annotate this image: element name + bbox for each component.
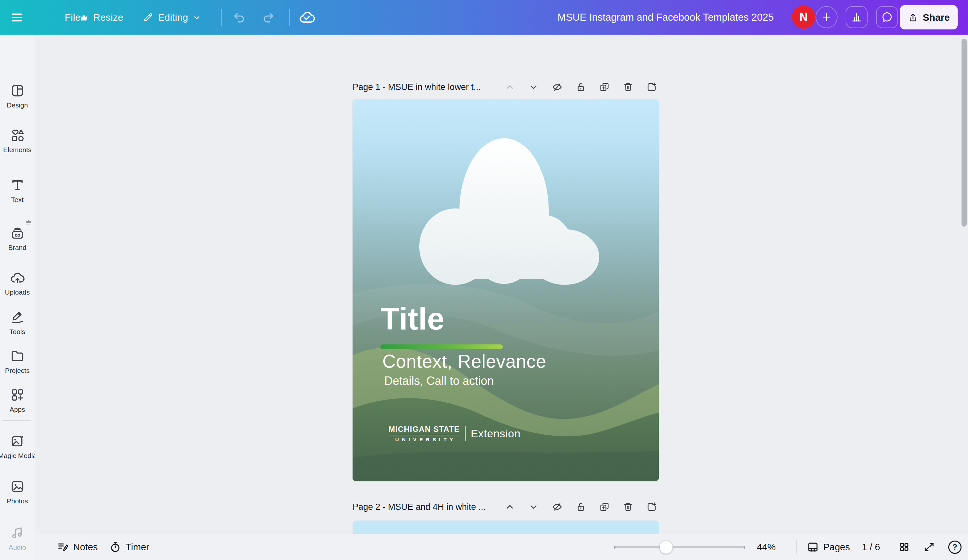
zoom-value: 44% xyxy=(757,542,776,553)
sidebar-item-label: Tools xyxy=(9,328,25,336)
chevron-up-icon xyxy=(504,501,515,512)
page2-canvas[interactable] xyxy=(353,520,659,534)
avatar[interactable]: N xyxy=(792,5,815,29)
file-menu-label: File xyxy=(65,12,81,23)
insights-button[interactable] xyxy=(845,6,868,28)
lock-page-button[interactable] xyxy=(575,81,587,93)
notes-label: Notes xyxy=(73,542,98,553)
msu-wordmark-line1: MICHIGAN STATE xyxy=(388,425,460,436)
canvas-scrollbar[interactable] xyxy=(961,39,967,227)
hide-page-button[interactable] xyxy=(551,81,563,93)
bottombar-divider xyxy=(796,540,797,555)
unlock-icon xyxy=(575,501,586,512)
design-title-text[interactable]: Title xyxy=(380,303,444,335)
design-accent-bar[interactable] xyxy=(380,345,503,349)
sidebar-item-uploads[interactable]: Uploads xyxy=(0,270,35,296)
sidebar-item-tools[interactable]: Tools xyxy=(0,310,35,336)
crown-icon xyxy=(79,13,89,22)
timer-button[interactable]: Timer xyxy=(109,534,149,560)
pages-view-button[interactable]: Pages xyxy=(807,534,850,560)
toolbar-separator xyxy=(221,9,222,26)
sidebar-item-design[interactable]: Design xyxy=(0,83,35,109)
zoom-slider-handle[interactable] xyxy=(660,540,673,554)
eye-off-icon xyxy=(552,81,563,93)
hide-page-button[interactable] xyxy=(551,501,563,513)
cloud-save-status[interactable] xyxy=(298,0,315,35)
sidebar-item-label: Apps xyxy=(10,406,25,413)
msu-extension-logo[interactable]: MICHIGAN STATE UNIVERSITY Extension xyxy=(388,425,520,442)
sidebar-item-apps[interactable]: Apps xyxy=(0,387,35,413)
design-subtitle-text[interactable]: Context, Relevance xyxy=(382,352,546,371)
page1-title[interactable]: Page 1 - MSUE in white lower t... xyxy=(353,82,481,92)
document-title[interactable]: MSUE Instagram and Facebook Templates 20… xyxy=(557,0,774,35)
redo-button[interactable] xyxy=(261,0,275,35)
resize-button[interactable]: Resize xyxy=(79,0,123,35)
design-icon xyxy=(10,83,25,98)
undo-button[interactable] xyxy=(232,0,246,35)
share-label: Share xyxy=(923,12,950,23)
duplicate-page-button[interactable] xyxy=(598,501,610,513)
move-page-down-button[interactable] xyxy=(528,501,539,513)
zoom-slider-track[interactable] xyxy=(614,546,745,548)
share-button[interactable]: Share xyxy=(900,5,958,30)
sidebar-item-label: Audio xyxy=(9,543,26,551)
move-page-up-button[interactable] xyxy=(504,81,516,93)
add-page-icon xyxy=(646,501,657,512)
comments-button[interactable] xyxy=(876,6,898,28)
page1-controls xyxy=(504,81,658,93)
delete-page-button[interactable] xyxy=(622,501,634,513)
sidebar-item-text[interactable]: Text xyxy=(0,177,35,204)
msu-wordmark: MICHIGAN STATE UNIVERSITY xyxy=(388,425,460,442)
trash-icon xyxy=(623,501,633,512)
sidebar-item-elements[interactable]: Elements xyxy=(0,128,35,154)
uploads-cloud-icon xyxy=(10,270,25,285)
page1-background-art xyxy=(353,99,659,481)
hamburger-icon xyxy=(10,10,24,25)
move-page-down-button[interactable] xyxy=(528,81,539,93)
unlock-icon xyxy=(575,81,586,93)
expand-icon xyxy=(923,541,935,553)
crown-badge-icon xyxy=(25,218,32,225)
file-menu-button[interactable]: File xyxy=(65,0,81,35)
undo-icon xyxy=(232,10,246,25)
main-menu-button[interactable] xyxy=(10,0,24,35)
text-icon xyxy=(10,177,25,193)
duplicate-icon xyxy=(599,501,610,512)
duplicate-page-button[interactable] xyxy=(598,81,610,93)
notes-button[interactable]: Notes xyxy=(56,534,98,560)
editing-mode-dropdown[interactable]: Editing xyxy=(143,0,201,35)
sidebar-item-photos[interactable]: Photos xyxy=(0,479,35,505)
add-member-button[interactable] xyxy=(816,6,837,28)
sidebar-item-projects[interactable]: Projects xyxy=(0,348,35,374)
fullscreen-button[interactable] xyxy=(923,534,935,560)
logo-divider xyxy=(465,426,466,441)
move-page-up-button[interactable] xyxy=(504,501,516,513)
timer-icon xyxy=(109,541,121,553)
grid-view-button[interactable] xyxy=(898,534,910,560)
tools-pen-icon xyxy=(10,310,25,325)
page2-title[interactable]: Page 2 - MSUE and 4H in white ... xyxy=(353,502,486,512)
lock-page-button[interactable] xyxy=(575,501,587,513)
sidebar-item-magic-media[interactable]: Magic Media xyxy=(0,433,35,460)
add-page-button[interactable] xyxy=(646,501,658,513)
extension-label: Extension xyxy=(471,427,520,440)
sidebar-item-label: Uploads xyxy=(5,288,30,296)
top-bar: File Resize Editing MSUE Instagram and F… xyxy=(0,0,968,35)
svg-text:co: co xyxy=(15,232,20,238)
design-details-text[interactable]: Details, Call to action xyxy=(384,375,494,387)
photos-icon xyxy=(10,479,25,494)
zoom-level[interactable]: 44% xyxy=(752,534,781,560)
eye-off-icon xyxy=(552,501,563,512)
help-button[interactable]: ? xyxy=(948,534,961,560)
delete-page-button[interactable] xyxy=(622,81,634,93)
msu-wordmark-line2: UNIVERSITY xyxy=(392,437,456,442)
magic-media-icon xyxy=(10,433,25,449)
page2-controls xyxy=(504,501,658,513)
elements-icon xyxy=(10,128,25,143)
sidebar-item-audio[interactable]: Audio xyxy=(0,525,35,551)
sidebar-item-brand[interactable]: co Brand xyxy=(0,225,35,252)
add-page-button[interactable] xyxy=(646,81,658,93)
page1-canvas[interactable]: Title Context, Relevance Details, Call t… xyxy=(353,99,659,481)
sidebar-item-label: Design xyxy=(7,101,28,109)
chevron-down-icon xyxy=(192,13,201,22)
